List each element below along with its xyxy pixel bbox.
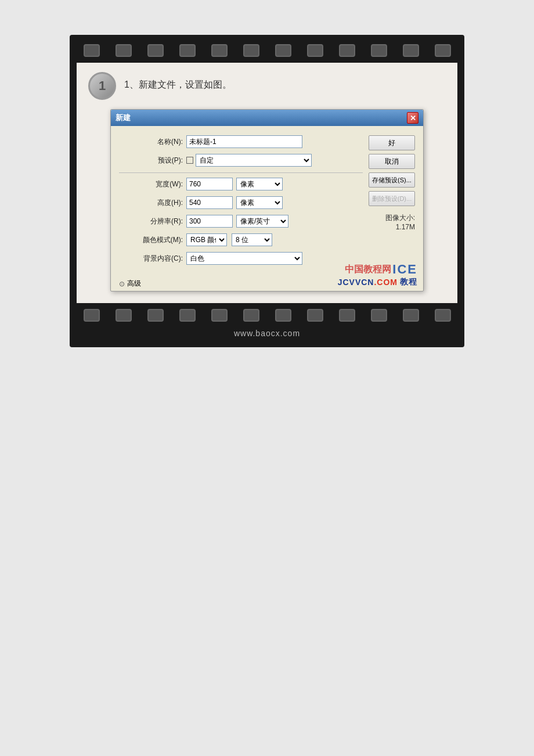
film-hole [179, 44, 196, 57]
cancel-button[interactable]: 取消 [369, 154, 415, 169]
film-hole [403, 309, 419, 322]
film-hole [211, 309, 228, 322]
delete-preset-button[interactable]: 删除预设(D)... [369, 191, 415, 206]
dialog-form: 名称(N): 预设(P): 自定 [119, 135, 363, 271]
film-hole [84, 44, 100, 57]
advanced-label: 高级 [127, 279, 141, 289]
film-hole [371, 309, 387, 322]
dialog-close-button[interactable]: ✕ [407, 112, 418, 124]
height-unit-select[interactable]: 像素 [236, 196, 283, 209]
film-hole [307, 309, 323, 322]
url-com: COM [377, 278, 398, 287]
film-hole [116, 44, 132, 57]
dialog-title: 新建 [116, 113, 131, 123]
film-hole [147, 309, 164, 322]
film-hole [116, 309, 132, 322]
film-hole [339, 44, 355, 57]
resolution-unit-select[interactable]: 像素/英寸 [236, 215, 288, 228]
bg-label: 背景内容(C): [119, 254, 183, 264]
film-hole [435, 44, 451, 57]
bg-select[interactable]: 白色 [186, 252, 302, 265]
resolution-row: 分辨率(R): 像素/英寸 [119, 215, 363, 228]
film-strip-container: 中国教程网 1 1、新建文件，设置如图。 新建 ✕ [70, 35, 464, 347]
film-holes-bottom [70, 307, 464, 324]
width-unit-select[interactable]: 像素 [236, 178, 283, 190]
name-label: 名称(N): [119, 137, 183, 147]
film-hole [403, 44, 419, 57]
image-size-value: 1.17M [369, 223, 415, 231]
film-content-area: 中国教程网 1 1、新建文件，设置如图。 新建 ✕ [77, 63, 457, 303]
image-size-section: 图像大小: 1.17M [369, 213, 415, 231]
film-hole [435, 309, 451, 322]
ok-button[interactable]: 好 [369, 135, 415, 150]
step-instruction: 1、新建文件，设置如图。 [124, 72, 232, 91]
width-input[interactable] [186, 178, 233, 190]
step-number: 1 [99, 78, 106, 93]
preset-label: 预设(P): [119, 156, 183, 165]
image-size-label: 图像大小: [369, 213, 415, 223]
divider [119, 172, 363, 173]
dialog-titlebar: 新建 ✕ [111, 110, 423, 126]
name-input[interactable] [186, 135, 302, 148]
color-bits-select[interactable]: 8 位 [232, 233, 272, 246]
step-number-circle: 1 [88, 72, 116, 100]
film-hole [339, 309, 355, 322]
height-row: 高度(H): 像素 [119, 196, 363, 209]
url-jcvvcn: JCVVCN [338, 278, 374, 287]
film-holes-top [70, 42, 464, 59]
dialog-buttons: 好 取消 存储预设(S)... 删除预设(D)... 图像大小: 1.17M [369, 135, 415, 271]
preset-row: 预设(P): 自定 [119, 154, 363, 167]
watermark-url: JCVVCN . COM 教程 [338, 277, 417, 287]
film-hole [275, 44, 291, 57]
film-hole [371, 44, 387, 57]
film-hole [211, 44, 228, 57]
film-hole [275, 309, 291, 322]
color-mode-label: 颜色模式(M): [119, 235, 183, 245]
height-label: 高度(H): [119, 198, 183, 208]
film-hole [84, 309, 100, 322]
save-preset-button[interactable]: 存储预设(S)... [369, 172, 415, 188]
resolution-label: 分辨率(R): [119, 217, 183, 226]
preset-select[interactable]: 自定 [196, 154, 312, 167]
dialog-body: 名称(N): 预设(P): 自定 [111, 126, 423, 276]
watermark-logo: ICE [392, 262, 417, 277]
film-hole [307, 44, 323, 57]
bottom-watermark: www.baocx.com [70, 324, 464, 340]
bg-content-row: 背景内容(C): 白色 [119, 252, 363, 265]
film-hole [179, 309, 196, 322]
width-row: 宽度(W): 像素 [119, 178, 363, 190]
film-hole [243, 44, 259, 57]
film-hole [147, 44, 164, 57]
film-hole [243, 309, 259, 322]
color-mode-select[interactable]: RGB 颜色 [186, 233, 227, 246]
new-file-dialog: 新建 ✕ 名称(N): 预设(P): [110, 109, 424, 291]
preset-checkbox[interactable] [186, 157, 193, 164]
watermark-area: 中国教程网 ICE JCVVCN . COM 教程 [338, 262, 417, 287]
color-mode-row: 颜色模式(M): RGB 颜色 8 位 [119, 233, 363, 246]
step-header: 1 1、新建文件，设置如图。 [88, 72, 446, 100]
bottom-url: www.baocx.com [234, 329, 300, 338]
url-suffix: 教程 [400, 277, 417, 287]
height-input[interactable] [186, 196, 233, 209]
page-wrapper: 中国教程网 1 1、新建文件，设置如图。 新建 ✕ [0, 0, 534, 756]
resolution-input[interactable] [186, 215, 233, 228]
watermark-cn-text: 中国教程网 [345, 264, 391, 276]
advanced-arrow-icon: ⊙ [119, 280, 125, 288]
name-row: 名称(N): [119, 135, 363, 148]
width-label: 宽度(W): [119, 179, 183, 189]
